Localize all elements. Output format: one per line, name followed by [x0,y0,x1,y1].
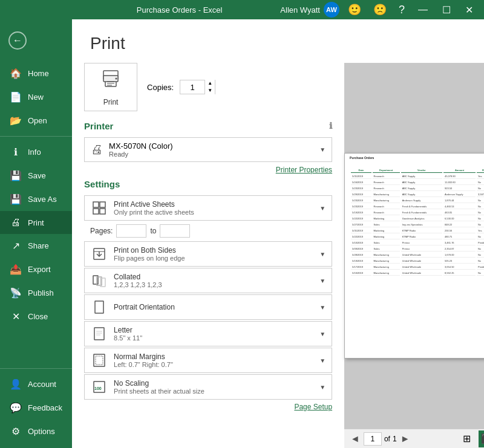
copies-area: Copies: 1 ▲ ▼ [147,80,215,94]
copies-arrows: ▲ ▼ [204,80,215,94]
save-as-icon: 💾 [10,193,22,205]
sidebar-item-info[interactable]: ℹ Info [0,140,72,164]
pages-from-input[interactable] [116,224,146,238]
account-icon: 👤 [10,378,22,390]
sidebar-label-options: Options [28,427,55,436]
pages-row: Pages: to [84,222,332,240]
svg-rect-23 [96,356,103,365]
sidebar-item-print[interactable]: 🖨 Print [0,211,72,234]
copies-input[interactable]: 1 [180,80,204,94]
printer-info-icon[interactable]: ℹ [329,121,332,131]
sidebar-label-save-as: Save As [28,195,57,204]
svg-rect-18 [94,328,104,340]
sidebar-item-new[interactable]: 📄 New [0,85,72,109]
printer-button-icon [100,68,122,94]
setting-collated[interactable]: Collated 1,2,3 1,2,3 1,2,3 ▼ [84,268,332,293]
frown-icon[interactable]: 🙁 [370,2,390,18]
margins-icon [91,352,108,369]
back-button[interactable]: ← [0,24,72,57]
printer-status: Ready [109,151,313,158]
feedback-icon: 💬 [10,402,22,414]
setting-letter[interactable]: Letter 8.5" x 11" ▼ [84,321,332,346]
sidebar-label-print: Print [28,218,44,227]
printer-properties-link[interactable]: Printer Properties [84,166,332,174]
setting-margins[interactable]: Normal Margins Left: 0.7" Right: 0.7" ▼ [84,348,332,373]
prev-page-button[interactable]: ◄ [350,433,360,444]
letter-desc: 8.5" x 11" [114,334,313,342]
sidebar-label-close: Close [28,312,48,321]
setting-portrait[interactable]: Portrait Orientation ▼ [84,294,332,320]
page-setup-link[interactable]: Page Setup [294,403,332,411]
portrait-title: Portrait Orientation [114,303,313,311]
close-button[interactable]: ✕ [460,3,478,17]
preview-nav: ◄ of 1 ► ⊞ ⬛ [344,429,484,448]
view-fit-button[interactable]: ⊞ [458,430,475,447]
printer-info: MX-5070N (Color) Ready [109,141,313,158]
letter-arrow: ▼ [319,331,325,337]
view-margin-button[interactable]: ⬛ [479,430,484,447]
letter-text: Letter 8.5" x 11" [114,326,313,342]
maximize-button[interactable]: ☐ [437,3,456,17]
sidebar-item-save[interactable]: 💾 Save [0,164,72,187]
setting-print-active-sheets[interactable]: Print Active Sheets Only print the activ… [84,195,332,221]
setting-scaling[interactable]: 100 No Scaling Print sheets at their act… [84,374,332,400]
sidebar-item-open[interactable]: 📂 Open [0,109,72,132]
main-layout: ← 🏠 Home 📄 New 📂 Open ℹ Info 💾 Sa [0,19,484,448]
margins-arrow: ▼ [319,357,325,364]
both-sides-arrow: ▼ [319,251,325,258]
page-number-input[interactable] [364,432,382,446]
both-sides-desc: Flip pages on long edge [114,255,313,262]
next-page-button[interactable]: ► [401,433,410,444]
sidebar-item-options[interactable]: ⚙ Options [0,420,72,443]
setting-both-sides[interactable]: Print on Both Sides Flip pages on long e… [84,241,332,267]
letter-icon [91,325,108,342]
svg-rect-9 [93,209,99,214]
sidebar-nav: 🏠 Home 📄 New 📂 Open ℹ Info 💾 Save 💾 [0,62,72,365]
copies-down[interactable]: ▼ [205,87,215,94]
sidebar-item-share[interactable]: ↗ Share [0,234,72,258]
margins-text: Normal Margins Left: 0.7" Right: 0.7" [114,352,313,368]
collated-desc: 1,2,3 1,2,3 1,2,3 [114,281,313,288]
copies-up[interactable]: ▲ [205,80,215,87]
sidebar-item-close[interactable]: ✕ Close [0,305,72,328]
of-label: of [384,435,390,443]
title-bar-right: Allen Wyatt AW 🙂 🙁 ? — ☐ ✕ [280,2,478,18]
sidebar-item-feedback[interactable]: 💬 Feedback [0,396,72,420]
portrait-icon [91,299,108,316]
sidebar-item-export[interactable]: 📤 Export [0,258,72,281]
sidebar-label-save: Save [28,171,46,180]
title-bar-title: Purchase Orders - Excel [79,5,280,15]
sidebar-item-publish[interactable]: 📡 Publish [0,281,72,305]
active-sheets-desc: Only print the active sheets [114,209,313,216]
sidebar-label-info: Info [28,148,41,157]
sidebar-item-account[interactable]: 👤 Account [0,372,72,396]
smiley-icon[interactable]: 🙂 [344,2,365,18]
sidebar-label-new: New [28,93,44,102]
back-icon[interactable]: ← [8,31,27,50]
home-icon: 🏠 [10,68,22,79]
minimize-button[interactable]: — [413,3,433,16]
pages-to-input[interactable] [160,224,190,238]
printer-dropdown[interactable]: 🖨 MX-5070N (Color) Ready ▼ [84,137,332,162]
save-icon: 💾 [10,170,22,181]
sidebar-item-save-as[interactable]: 💾 Save As [0,187,72,211]
share-icon: ↗ [10,240,22,252]
user-name: Allen Wyatt [280,5,320,15]
collated-title: Collated [114,273,313,281]
print-body: Print Copies: 1 ▲ ▼ [72,63,484,448]
svg-point-3 [116,77,117,79]
printer-section-title: Printer ℹ [84,121,332,131]
export-icon: 📤 [10,264,22,275]
close-file-icon: ✕ [10,311,22,322]
svg-rect-8 [100,202,105,207]
help-button[interactable]: ? [395,2,408,18]
print-controls: Print Copies: 1 ▲ ▼ [72,63,344,448]
collated-text: Collated 1,2,3 1,2,3 1,2,3 [114,273,313,288]
user-info: Allen Wyatt AW [280,2,339,18]
content-area: Print [72,19,484,448]
print-button[interactable]: Print [84,63,137,111]
svg-text:100: 100 [94,386,102,391]
publish-icon: 📡 [10,287,22,299]
sidebar-label-account: Account [28,380,56,389]
sidebar-item-home[interactable]: 🏠 Home [0,62,72,85]
